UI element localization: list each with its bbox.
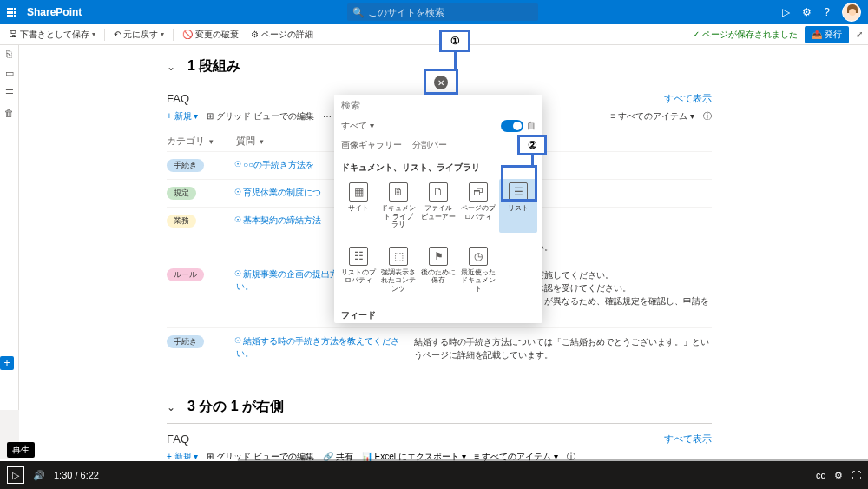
suite-nav: SharePoint 🔍 このサイトを検索 ▷ ⚙ ?	[0, 0, 868, 24]
webpart-label: ページのプロパティ	[461, 204, 496, 221]
callout-line-1	[454, 52, 457, 70]
callout-list-highlight	[501, 165, 537, 202]
publish-button[interactable]: 📤 発行	[805, 26, 849, 43]
webpart-item[interactable]: 🗎ドキュメント ライブラリ	[379, 179, 418, 233]
question-link[interactable]: 結婚する時の手続き方法を教えてください。	[236, 336, 399, 358]
filter-all[interactable]: すべて ▾	[341, 120, 374, 132]
webpart-label: サイト	[348, 204, 369, 213]
search-icon: 🔍	[352, 7, 365, 18]
more-button[interactable]: ⋯	[323, 112, 332, 122]
webpart-label: リストのプロパティ	[341, 268, 376, 285]
undo-button[interactable]: ↶ 元に戻す ▾	[110, 29, 168, 41]
layout-icon[interactable]: ▭	[5, 68, 14, 79]
faq-title: FAQ	[167, 92, 189, 105]
section-icon[interactable]: ⎘	[6, 49, 12, 59]
page-details-button[interactable]: ⚙ ページの詳細	[247, 29, 317, 41]
table-row[interactable]: 手続き 結婚する時の手続き方法を教えてください。 結婚する時の手続き方法について…	[167, 327, 712, 368]
show-all-link[interactable]: すべて表示	[664, 92, 712, 105]
category-pill: 手続き	[167, 335, 204, 348]
video-controls: ▷ 🔊 1:30 / 6:22 cc ⚙ ⛶	[0, 461, 868, 489]
webpart-item[interactable]: 🗗ページのプロパティ	[459, 179, 497, 233]
webpart-icon: ◷	[469, 247, 488, 266]
webpart-item[interactable]: 🗋ファイル ビューアー	[419, 179, 457, 233]
callout-line-2	[531, 155, 534, 168]
cc-icon[interactable]: cc	[816, 470, 825, 481]
webpart-picker: すべて ▾ 自 画像ギャラリー 分割バー ドキュメント、リスト、ライブラリ ▦サ…	[334, 95, 542, 323]
show-all-link-2[interactable]: すべて表示	[664, 433, 712, 446]
grid-edit-button[interactable]: ⊞ グリッド ビューでの編集	[207, 110, 314, 122]
all-items-view[interactable]: ≡ すべてのアイテム ▾	[611, 110, 694, 122]
webpart-label: 後のために保存	[421, 268, 456, 285]
avatar[interactable]	[842, 3, 861, 22]
command-bar: 🖫 下書きとして保存 ▾ ↶ 元に戻す ▾ 🚫 変更の破棄 ⚙ ページの詳細 ✓…	[0, 24, 868, 45]
webpart-item[interactable]: ☷リストのプロパティ	[339, 243, 378, 297]
webpart-label: 強調表示されたコンテンツ	[381, 268, 416, 294]
webpart-label: ファイル ビューアー	[421, 204, 456, 221]
webpart-item[interactable]: ▦サイト	[339, 179, 378, 233]
video-settings-icon[interactable]: ⚙	[834, 470, 843, 481]
section-title-1: 1 段組み	[187, 57, 240, 76]
answer-text: 結婚する時の手続き方法については「ご結婚おめでとうございます。」というページに詳…	[414, 335, 712, 361]
webpart-icon: ☷	[349, 247, 368, 266]
faq-title-2: FAQ	[167, 433, 189, 446]
delete-icon[interactable]: 🗑	[4, 108, 14, 118]
help-icon[interactable]: ?	[824, 6, 830, 18]
tab-gallery[interactable]: 画像ギャラリー	[341, 139, 402, 151]
webpart-icon: ▦	[349, 182, 368, 202]
category-pill: 規定	[167, 187, 196, 200]
new-button[interactable]: + 新規 ▾	[167, 110, 198, 122]
webpart-icon: ⬚	[389, 247, 408, 266]
saved-indicator: ✓ ページが保存されました	[693, 29, 798, 41]
callout-close-highlight	[424, 69, 458, 95]
webpart-item[interactable]: ⚑後のために保存	[419, 243, 457, 297]
callout-1: ①	[439, 30, 470, 52]
question-link[interactable]: 基本契約の締結方法	[236, 215, 321, 225]
col-category[interactable]: カテゴリ ▾	[167, 135, 236, 148]
app-launcher-icon[interactable]	[7, 8, 16, 17]
category-pill: ルール	[167, 268, 204, 281]
tab-divider[interactable]: 分割バー	[412, 139, 447, 151]
webpart-label: 最近使ったドキュメント	[461, 268, 496, 294]
save-draft-button[interactable]: 🖫 下書きとして保存 ▾	[5, 29, 99, 41]
callout-2: ②	[517, 135, 547, 155]
webpart-category-2: フィード	[334, 304, 542, 323]
section-title-2: 3 分の 1 が右側	[187, 398, 284, 416]
collapse-icon[interactable]: ⌄	[167, 401, 175, 413]
webpart-icon: 🗎	[389, 182, 408, 202]
webpart-icon: ⚑	[429, 247, 448, 266]
search-box[interactable]: 🔍 このサイトを検索	[347, 3, 538, 21]
discard-button[interactable]: 🚫 変更の破棄	[179, 29, 242, 41]
speaker-icon[interactable]: 🔊	[33, 470, 45, 481]
list-icon[interactable]: ☰	[5, 88, 14, 99]
expand-icon[interactable]: ⤢	[856, 30, 863, 39]
brand-label: SharePoint	[27, 6, 82, 18]
section-header-2: ⌄ 3 分の 1 が右側	[167, 393, 712, 421]
replay-badge[interactable]: 再生	[7, 442, 35, 458]
play-button[interactable]: ▷	[7, 466, 24, 484]
settings-icon[interactable]: ⚙	[802, 6, 812, 18]
add-section-button[interactable]: +	[0, 356, 14, 370]
search-placeholder: このサイトを検索	[368, 6, 444, 19]
fullscreen-icon[interactable]: ⛶	[852, 470, 861, 481]
category-pill: 手続き	[167, 159, 204, 172]
webpart-item[interactable]: ⬚強調表示されたコンテンツ	[379, 243, 418, 297]
webpart-tabs: 画像ギャラリー 分割バー	[334, 135, 542, 156]
webpart-icon: 🗋	[429, 182, 448, 202]
collapse-icon[interactable]: ⌄	[167, 61, 175, 73]
left-rail: ⎘ ▭ ☰ 🗑	[0, 45, 19, 410]
video-time: 1:30 / 6:22	[54, 470, 99, 480]
info-icon[interactable]: ⓘ	[703, 110, 712, 122]
webpart-search-input[interactable]	[334, 95, 542, 116]
question-link[interactable]: ○○の手続き方法を	[236, 160, 314, 169]
webpart-label: リスト	[508, 204, 529, 213]
toggle-switch[interactable]	[501, 120, 523, 132]
webpart-label: ドキュメント ライブラリ	[381, 204, 416, 229]
megaphone-icon[interactable]: ▷	[782, 6, 790, 18]
question-link[interactable]: 育児休業の制度につ	[236, 188, 321, 197]
webpart-item[interactable]: ◷最近使ったドキュメント	[459, 243, 497, 297]
category-pill: 業務	[167, 215, 196, 228]
webpart-icon: 🗗	[469, 182, 488, 202]
